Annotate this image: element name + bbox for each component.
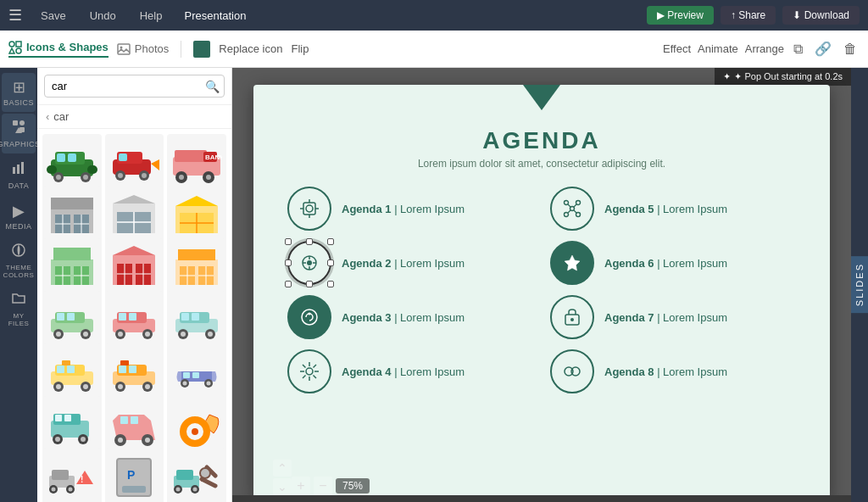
media-icon: ▶ xyxy=(13,202,25,220)
svg-point-151 xyxy=(51,488,55,492)
agenda-icon-3 xyxy=(298,306,320,328)
menu-icon[interactable]: ☰ xyxy=(8,6,22,25)
list-item[interactable] xyxy=(42,238,102,298)
list-item[interactable] xyxy=(105,396,164,455)
agenda-circle-6[interactable] xyxy=(550,241,594,285)
list-item[interactable] xyxy=(167,187,226,246)
agenda-text-8: Agenda 8 | Lorem Ipsum xyxy=(604,365,727,378)
basics-icon: ⊞ xyxy=(13,78,25,97)
svg-rect-104 xyxy=(181,313,189,321)
share-button[interactable]: ↑ Share xyxy=(721,6,776,25)
list-item[interactable]: P xyxy=(105,448,164,502)
svg-rect-65 xyxy=(53,248,91,260)
tab-icons-shapes[interactable]: Icons & Shapes xyxy=(8,41,108,58)
list-item[interactable] xyxy=(105,134,164,193)
agenda-label-2: Agenda 2 xyxy=(342,257,392,270)
svg-line-182 xyxy=(568,210,570,213)
svg-rect-97 xyxy=(129,313,136,321)
list-item[interactable] xyxy=(105,187,164,246)
svg-point-101 xyxy=(181,332,186,337)
arrange-label[interactable]: Arrange xyxy=(745,42,784,55)
search-input[interactable] xyxy=(44,75,225,98)
list-item[interactable] xyxy=(42,134,102,193)
save-button[interactable]: Save xyxy=(36,8,71,24)
agenda-item-2: Agenda 2 | Lorem Ipsum xyxy=(287,241,533,285)
copy-button[interactable]: ⧉ xyxy=(791,39,805,59)
svg-rect-140 xyxy=(120,416,128,424)
agenda-label-3: Agenda 3 xyxy=(342,311,392,324)
bottom-controls: ⌃ ⌄ xyxy=(273,460,292,495)
svg-rect-123 xyxy=(120,360,129,365)
svg-point-188 xyxy=(307,260,312,265)
download-button[interactable]: ⬇ Download xyxy=(782,6,860,25)
animate-label[interactable]: Animate xyxy=(698,42,738,55)
agenda-circle-3[interactable] xyxy=(287,295,331,339)
agenda-sublabel-8: | Lorem Ipsum xyxy=(654,365,727,378)
list-item[interactable] xyxy=(105,291,164,350)
svg-point-95 xyxy=(145,332,150,337)
sidebar-item-theme-colors[interactable]: THEMECOLORS xyxy=(2,237,36,284)
svg-rect-122 xyxy=(129,365,136,373)
arrow-down-button[interactable]: ⌄ xyxy=(273,478,292,495)
list-item[interactable] xyxy=(167,396,226,455)
list-item[interactable] xyxy=(42,187,102,246)
list-item[interactable]: ! xyxy=(42,448,102,502)
agenda-circle-2[interactable] xyxy=(287,241,331,285)
agenda-label-4: Agenda 4 xyxy=(342,365,392,378)
list-item[interactable] xyxy=(167,343,226,403)
replace-icon-label[interactable]: Replace icon xyxy=(219,42,282,55)
delete-button[interactable]: 🗑 xyxy=(841,39,860,59)
link-button[interactable]: 🔗 xyxy=(812,38,834,59)
preview-button[interactable]: ▶ Preview xyxy=(647,6,714,25)
sidebar-item-data[interactable]: DATA xyxy=(2,155,36,195)
flip-label[interactable]: Flip xyxy=(291,42,309,55)
canvas-area: ✦ ✦ Pop Out starting at 0.2s AGENDA Lore… xyxy=(232,68,851,502)
agenda-circle-4[interactable] xyxy=(287,349,331,393)
help-button[interactable]: Help xyxy=(135,8,168,24)
list-item[interactable] xyxy=(42,343,102,403)
list-item[interactable] xyxy=(42,291,102,350)
search-button[interactable]: 🔍 xyxy=(205,80,220,93)
zoom-in-button[interactable]: + xyxy=(292,477,310,495)
svg-point-93 xyxy=(118,332,123,337)
pop-out-bar: ✦ ✦ Pop Out starting at 0.2s xyxy=(715,68,851,86)
svg-rect-141 xyxy=(131,416,138,424)
svg-text:BANK: BANK xyxy=(205,153,222,161)
list-item[interactable] xyxy=(167,448,226,502)
search-input-wrap: 🔍 xyxy=(44,75,225,98)
list-item[interactable] xyxy=(167,238,226,298)
slides-label[interactable]: SLIDES xyxy=(851,256,868,313)
sidebar-item-graphics[interactable]: GRAPHICS xyxy=(2,114,36,153)
zoom-out-button[interactable]: − xyxy=(314,477,332,495)
list-item[interactable] xyxy=(42,396,102,455)
presentation-title: Presentation xyxy=(184,9,632,22)
effect-label[interactable]: Effect xyxy=(663,42,691,55)
undo-button[interactable]: Undo xyxy=(85,8,121,24)
tab-photos[interactable]: Photos xyxy=(117,42,169,56)
agenda-circle-7[interactable] xyxy=(550,295,594,339)
list-item[interactable] xyxy=(167,291,226,350)
color-swatch[interactable] xyxy=(193,41,210,58)
svg-rect-130 xyxy=(192,372,199,378)
list-item[interactable] xyxy=(105,343,164,403)
list-item[interactable]: BANK xyxy=(167,134,226,193)
list-item[interactable] xyxy=(105,238,164,298)
agenda-grid: Agenda 1 | Lorem Ipsum Agenda 5 | Lorem … xyxy=(270,187,813,393)
bottom-scrollbar[interactable] xyxy=(232,495,851,502)
icons-shapes-icon xyxy=(8,41,22,54)
zoom-controls: + − 75% xyxy=(292,477,370,495)
agenda-sublabel-7: | Lorem Ipsum xyxy=(654,311,727,324)
panel-back[interactable]: ‹ car xyxy=(37,105,231,129)
top-bar-right: ▶ Preview ↑ Share ⬇ Download xyxy=(647,6,860,25)
svg-line-198 xyxy=(303,365,306,368)
sidebar-item-basics[interactable]: ⊞ BASICS xyxy=(2,73,36,112)
agenda-circle-8[interactable] xyxy=(550,349,594,393)
svg-line-179 xyxy=(568,204,570,207)
agenda-circle-1[interactable] xyxy=(287,187,331,231)
svg-rect-10 xyxy=(13,167,15,174)
svg-point-169 xyxy=(306,205,313,212)
sidebar-item-media[interactable]: ▶ MEDIA xyxy=(2,197,36,236)
agenda-circle-5[interactable] xyxy=(550,187,594,231)
arrow-up-button[interactable]: ⌃ xyxy=(273,460,292,477)
sidebar-item-my-files[interactable]: MY FILES xyxy=(2,286,36,332)
